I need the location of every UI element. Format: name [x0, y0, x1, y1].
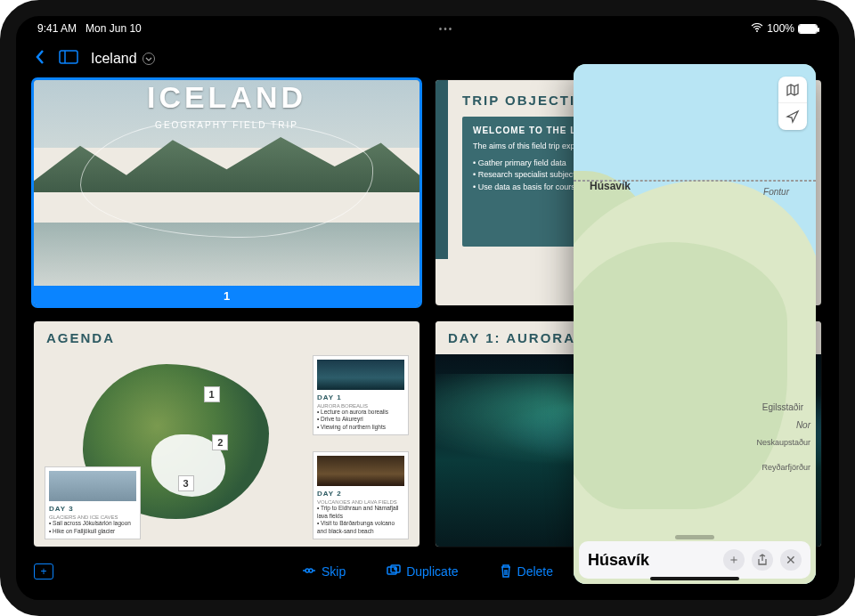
agenda-pin: 3 — [178, 475, 194, 491]
map-label-neskaup: Neskaupstaður — [756, 438, 810, 447]
delete-button[interactable]: Delete — [500, 563, 553, 580]
battery-icon — [798, 24, 818, 34]
sidebar-toggle-icon[interactable] — [59, 50, 78, 68]
agenda-day1-title: DAY 1 — [317, 393, 404, 401]
agenda-item: Sail across Jökulsárlón lagoon — [49, 520, 136, 527]
add-place-button[interactable]: ＋ — [723, 549, 745, 571]
skip-button[interactable]: Skip — [302, 563, 346, 580]
multitask-dots[interactable]: ••• — [142, 24, 752, 34]
map-label-reydarfj: Reyðarfjörður — [761, 463, 810, 472]
agenda-item: Trip to Eldhraun and Námafjall lava fiel… — [317, 505, 404, 520]
map-label-egilsstadir: Egilsstaðir — [762, 402, 803, 412]
status-date: Mon Jun 10 — [86, 22, 142, 35]
battery-pct: 100% — [767, 22, 794, 35]
document-title[interactable]: Iceland — [91, 51, 155, 67]
slide-1-subtitle: GEOGRAPHY FIELD TRIP — [155, 120, 298, 130]
duplicate-label: Duplicate — [406, 564, 458, 579]
maps-place-sheet[interactable]: Húsavík ＋ ✕ — [579, 541, 810, 579]
trash-icon — [500, 563, 512, 580]
agenda-item: Viewing of northern lights — [317, 424, 404, 431]
agenda-day2-title: DAY 2 — [317, 490, 404, 498]
slide-3-heading: AGENDA — [46, 330, 407, 345]
document-title-text: Iceland — [91, 51, 137, 67]
home-indicator[interactable] — [650, 577, 739, 580]
agenda-item: Lecture on aurora borealis — [317, 409, 404, 416]
agenda-day2-card: DAY 2 VOLCANOES AND LAVA FIELDS Trip to … — [313, 451, 409, 539]
status-time: 9:41 AM — [37, 22, 77, 35]
slide-3[interactable]: AGENDA 1 2 3 DAY 1 AURORA BOREALIS Lectu… — [34, 321, 419, 547]
slide-number: 1 — [34, 286, 419, 305]
agenda-day3-card: DAY 3 GLACIERS AND ICE CAVES Sail across… — [45, 466, 141, 539]
agenda-item: Visit to Bárðarbunga volcano and black-s… — [317, 520, 404, 535]
svg-point-5 — [309, 569, 313, 572]
agenda-pin: 2 — [212, 434, 228, 450]
close-button[interactable]: ✕ — [780, 549, 802, 571]
skip-label: Skip — [322, 564, 346, 579]
chevron-down-icon[interactable] — [142, 53, 155, 65]
maps-slideover-panel[interactable]: ••• Húsavík Fontur Egilsstaðir Nor Neska… — [574, 64, 816, 584]
slide-1-title: ICELAND — [147, 80, 306, 115]
slide-1[interactable]: ICELAND GEOGRAPHY FIELD TRIP 1 — [34, 80, 419, 305]
duplicate-icon — [387, 564, 401, 580]
map-label-fontur: Fontur — [763, 187, 789, 197]
svg-rect-1 — [60, 51, 77, 63]
ipad-frame: 9:41 AM Mon Jun 10 ••• 100% Iceland — [0, 0, 855, 616]
agenda-item: Hike on Falljökull glacier — [49, 528, 136, 535]
add-slide-button[interactable]: + — [34, 563, 53, 580]
map-label-nor: Nor — [796, 420, 810, 430]
agenda-item: Drive to Akureyri — [317, 416, 404, 423]
map-controls — [778, 77, 807, 130]
map-label-husavik: Húsavík — [590, 180, 631, 192]
status-bar: 9:41 AM Mon Jun 10 ••• 100% — [16, 16, 839, 41]
agenda-day1-card: DAY 1 AURORA BOREALIS Lecture on aurora … — [313, 355, 409, 435]
share-button[interactable] — [752, 549, 773, 571]
wifi-icon — [751, 22, 763, 35]
skip-icon — [302, 564, 316, 580]
delete-label: Delete — [517, 564, 553, 579]
locate-me-button[interactable] — [778, 103, 807, 130]
place-title: Húsavík — [588, 551, 716, 570]
agenda-pin: 1 — [204, 386, 220, 402]
duplicate-button[interactable]: Duplicate — [387, 563, 458, 580]
back-button[interactable] — [34, 48, 46, 69]
agenda-day3-title: DAY 3 — [49, 505, 136, 513]
map-mode-button[interactable] — [778, 77, 807, 103]
svg-point-0 — [756, 30, 758, 32]
sheet-grabber[interactable] — [675, 535, 714, 539]
